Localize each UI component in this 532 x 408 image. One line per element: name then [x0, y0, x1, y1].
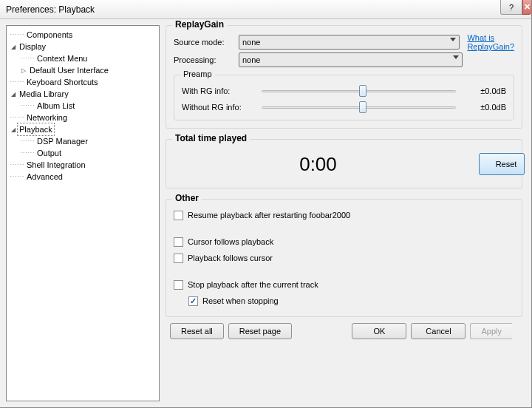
tree-item-context-menu[interactable]: ⋯⋯ Context Menu: [10, 52, 159, 64]
reset-all-button[interactable]: Reset all: [170, 323, 224, 339]
ok-button[interactable]: OK: [352, 323, 406, 339]
expand-icon[interactable]: [10, 41, 17, 53]
tree-item-advanced[interactable]: ⋯⋯ Advanced: [10, 171, 159, 183]
processing-combo[interactable]: none: [239, 52, 463, 67]
preamp-group: Preamp With RG info: ±0.0dB Without RG i…: [174, 75, 514, 120]
close-button[interactable]: ✕: [522, 0, 531, 15]
reset-when-stopping-checkbox[interactable]: [188, 296, 198, 306]
tree-item-default-ui[interactable]: Default User Interface: [10, 64, 159, 76]
cancel-button[interactable]: Cancel: [411, 323, 466, 339]
playback-follows-checkbox[interactable]: [174, 254, 183, 263]
without-rg-label: Without RG info:: [182, 103, 256, 112]
tree-item-media-library[interactable]: Media Library: [10, 88, 159, 100]
expand-icon[interactable]: [10, 88, 17, 101]
playback-follows-label: Playback follows cursor: [188, 254, 273, 262]
without-rg-slider[interactable]: [262, 101, 456, 114]
tree-item-display[interactable]: Display: [10, 41, 159, 52]
tree-item-keyboard-shortcuts[interactable]: ⋯⋯ Keyboard Shortcuts: [10, 76, 159, 88]
source-mode-value: none: [242, 38, 260, 47]
nav-tree[interactable]: ⋯⋯ Components Display ⋯⋯ Context Menu De…: [6, 25, 160, 401]
resume-checkbox[interactable]: [174, 211, 183, 220]
source-mode-label: Source mode:: [174, 38, 239, 47]
stop-after-checkbox[interactable]: [174, 280, 183, 290]
button-bar: Reset all Reset page OK Cancel Apply: [166, 320, 522, 348]
tree-item-networking[interactable]: ⋯⋯ Networking: [10, 112, 159, 123]
replaygain-legend: ReplayGain: [172, 19, 227, 30]
replaygain-group: ReplayGain Source mode: none What is Rep…: [166, 25, 522, 129]
tree-item-playback[interactable]: Playback: [10, 123, 159, 135]
tree-item-components[interactable]: ⋯⋯ Components: [10, 29, 159, 41]
expand-icon[interactable]: [10, 123, 17, 136]
other-legend: Other: [172, 193, 202, 203]
body: ⋯⋯ Components Display ⋯⋯ Context Menu De…: [0, 19, 531, 407]
with-rg-slider[interactable]: [262, 84, 456, 98]
total-time-group: Total time played 0:00 Reset: [166, 139, 522, 188]
cursor-follows-checkbox[interactable]: [174, 237, 183, 247]
preamp-legend: Preamp: [180, 69, 215, 78]
other-group: Other Resume playback after restarting f…: [166, 199, 522, 317]
preferences-window: Preferences: Playback ? ✕ ⋯⋯ Components …: [0, 0, 532, 408]
window-title: Preferences: Playback: [0, 4, 95, 15]
close-icon: ✕: [524, 2, 531, 12]
with-rg-value: ±0.0dB: [462, 86, 506, 95]
cursor-follows-label: Cursor follows playback: [188, 237, 273, 246]
titlebar-buttons: ? ✕: [500, 0, 531, 15]
chevron-down-icon: [450, 38, 456, 41]
expand-icon[interactable]: [20, 64, 27, 77]
total-time-value: 0:00: [299, 153, 337, 176]
help-button[interactable]: ?: [500, 0, 522, 15]
total-time-legend: Total time played: [172, 133, 250, 143]
tree-item-dsp-manager[interactable]: ⋯⋯ DSP Manager: [10, 135, 159, 147]
tree-item-output[interactable]: ⋯⋯ Output: [10, 147, 159, 159]
processing-label: Processing:: [174, 55, 239, 64]
titlebar: Preferences: Playback ? ✕: [0, 0, 531, 19]
chevron-down-icon: [453, 55, 459, 59]
processing-value: none: [242, 55, 260, 64]
stop-after-label: Stop playback after the current track: [188, 280, 318, 289]
apply-button[interactable]: Apply: [470, 323, 512, 339]
with-rg-label: With RG info:: [182, 86, 256, 95]
replaygain-help-link[interactable]: What is ReplayGain?: [467, 33, 514, 51]
reset-when-stopping-label: Reset when stopping: [202, 296, 279, 305]
tree-item-album-list[interactable]: ⋯⋯ Album List: [10, 100, 159, 112]
content-pane: ReplayGain Source mode: none What is Rep…: [166, 25, 525, 401]
source-mode-combo[interactable]: none: [239, 35, 460, 50]
help-icon: ?: [509, 3, 514, 12]
reset-page-button[interactable]: Reset page: [228, 323, 292, 339]
resume-label: Resume playback after restarting foobar2…: [188, 211, 350, 220]
tree-item-shell-integration[interactable]: ⋯⋯ Shell Integration: [10, 159, 159, 171]
without-rg-value: ±0.0dB: [462, 103, 506, 112]
reset-time-button[interactable]: Reset: [479, 153, 525, 175]
